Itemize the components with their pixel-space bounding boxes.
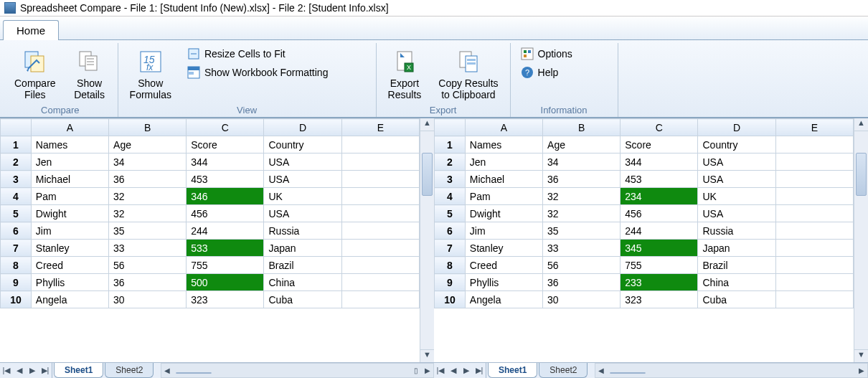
sheet-nav-left[interactable]: |◀ ◀ ▶ ▶|: [0, 363, 52, 378]
row-header[interactable]: 2: [435, 153, 466, 171]
column-header[interactable]: B: [543, 119, 621, 136]
cell[interactable]: 33: [543, 240, 621, 257]
cell[interactable]: Angela: [465, 291, 542, 308]
cell[interactable]: China: [264, 274, 341, 291]
cell[interactable]: 32: [543, 188, 621, 205]
scrollbar-horizontal-left[interactable]: ◀ ▯ ▶: [161, 363, 434, 378]
cell[interactable]: Cuba: [698, 291, 775, 308]
cell[interactable]: Pam: [465, 188, 542, 205]
cell[interactable]: 35: [543, 222, 621, 240]
cell[interactable]: [341, 136, 419, 153]
cell[interactable]: [775, 222, 853, 240]
cell[interactable]: 34: [543, 153, 621, 171]
row-header[interactable]: 9: [1, 274, 32, 291]
sheet-tab-sheet2-right[interactable]: Sheet2: [539, 363, 588, 378]
cell[interactable]: 32: [543, 205, 621, 222]
nav-prev-icon[interactable]: ◀: [13, 366, 26, 375]
cell[interactable]: 32: [109, 205, 187, 222]
sheet-tab-sheet1-right[interactable]: Sheet1: [488, 363, 537, 378]
options-button[interactable]: Options: [518, 46, 575, 62]
column-header[interactable]: C: [187, 119, 264, 136]
row-header[interactable]: 5: [435, 205, 466, 222]
select-all-corner[interactable]: [435, 119, 466, 136]
cell[interactable]: Russia: [698, 222, 775, 240]
scroll-down-icon[interactable]: ▼: [420, 349, 434, 362]
resize-cells-button[interactable]: Resize Cells to Fit: [184, 46, 331, 62]
hscroll-left-icon[interactable]: ◀: [161, 367, 173, 374]
cell[interactable]: USA: [264, 205, 341, 222]
cell[interactable]: 36: [109, 274, 187, 291]
nav-next-icon[interactable]: ▶: [460, 366, 473, 375]
row-header[interactable]: 1: [435, 136, 466, 153]
tab-home[interactable]: Home: [3, 20, 59, 40]
cell[interactable]: 56: [543, 257, 621, 274]
scrollbar-vertical-right[interactable]: ▲ ▼: [854, 118, 868, 362]
cell[interactable]: Phyllis: [31, 274, 108, 291]
cell[interactable]: Dwight: [31, 205, 108, 222]
row-header[interactable]: 2: [1, 153, 32, 171]
cell[interactable]: Michael: [465, 171, 542, 188]
sheet-nav-right[interactable]: |◀ ◀ ▶ ▶|: [434, 363, 486, 378]
scroll-up-icon[interactable]: ▲: [854, 118, 868, 131]
copy-results-button[interactable]: Copy Results to Clipboard: [434, 46, 502, 102]
cell[interactable]: Jen: [465, 153, 542, 171]
hscroll-split-icon[interactable]: ▯: [410, 367, 422, 374]
cell[interactable]: 33: [109, 240, 187, 257]
sheet-tab-sheet2-left[interactable]: Sheet2: [105, 363, 154, 378]
row-header[interactable]: 7: [1, 240, 32, 257]
nav-prev-icon[interactable]: ◀: [447, 366, 460, 375]
cell[interactable]: 344: [621, 153, 698, 171]
scrollbar-horizontal-right[interactable]: ◀ ▶: [595, 363, 868, 378]
cell[interactable]: 346: [187, 188, 264, 205]
cell[interactable]: [341, 205, 419, 222]
show-formulas-button[interactable]: 15fx Show Formulas: [126, 46, 176, 102]
cell[interactable]: Names: [31, 136, 108, 153]
nav-last-icon[interactable]: ▶|: [39, 366, 52, 375]
scroll-up-icon[interactable]: ▲: [420, 118, 434, 131]
nav-first-icon[interactable]: |◀: [434, 366, 447, 375]
cell[interactable]: [775, 188, 853, 205]
cell[interactable]: 500: [187, 274, 264, 291]
cell[interactable]: [341, 171, 419, 188]
cell[interactable]: Angela: [31, 291, 108, 308]
cell[interactable]: Brazil: [698, 257, 775, 274]
cell[interactable]: Jim: [31, 222, 108, 240]
cell[interactable]: 453: [621, 171, 698, 188]
grid-left[interactable]: ABCDE1NamesAgeScoreCountry2Jen34344USA3M…: [0, 118, 420, 362]
nav-next-icon[interactable]: ▶: [26, 366, 39, 375]
hscroll-right-icon[interactable]: ▶: [422, 367, 433, 374]
cell[interactable]: [775, 274, 853, 291]
cell[interactable]: [341, 240, 419, 257]
column-header[interactable]: B: [109, 119, 187, 136]
cell[interactable]: Score: [621, 136, 698, 153]
cell[interactable]: Brazil: [264, 257, 341, 274]
cell[interactable]: Stanley: [31, 240, 108, 257]
export-results-button[interactable]: X Export Results: [384, 46, 426, 102]
select-all-corner[interactable]: [1, 119, 32, 136]
cell[interactable]: Jen: [31, 153, 108, 171]
scrollbar-vertical-left[interactable]: ▲ ▼: [420, 118, 434, 362]
cell[interactable]: 755: [621, 257, 698, 274]
cell[interactable]: 32: [109, 188, 187, 205]
cell[interactable]: 244: [187, 222, 264, 240]
cell[interactable]: Jim: [465, 222, 542, 240]
cell[interactable]: Dwight: [465, 205, 542, 222]
nav-first-icon[interactable]: |◀: [0, 366, 13, 375]
column-header[interactable]: E: [341, 119, 419, 136]
cell[interactable]: Names: [465, 136, 542, 153]
cell[interactable]: [775, 136, 853, 153]
column-header[interactable]: D: [264, 119, 341, 136]
cell[interactable]: USA: [698, 171, 775, 188]
row-header[interactable]: 6: [1, 222, 32, 240]
cell[interactable]: [775, 257, 853, 274]
grid-right[interactable]: ABCDE1NamesAgeScoreCountry2Jen34344USA3M…: [434, 118, 854, 362]
scroll-down-icon[interactable]: ▼: [854, 349, 868, 362]
hscroll-right-icon[interactable]: ▶: [856, 367, 867, 374]
cell[interactable]: China: [698, 274, 775, 291]
column-header[interactable]: A: [465, 119, 542, 136]
cell[interactable]: [775, 205, 853, 222]
show-formatting-button[interactable]: Show Workbook Formatting: [184, 65, 331, 80]
cell[interactable]: 323: [187, 291, 264, 308]
cell[interactable]: Phyllis: [465, 274, 542, 291]
cell[interactable]: Score: [187, 136, 264, 153]
